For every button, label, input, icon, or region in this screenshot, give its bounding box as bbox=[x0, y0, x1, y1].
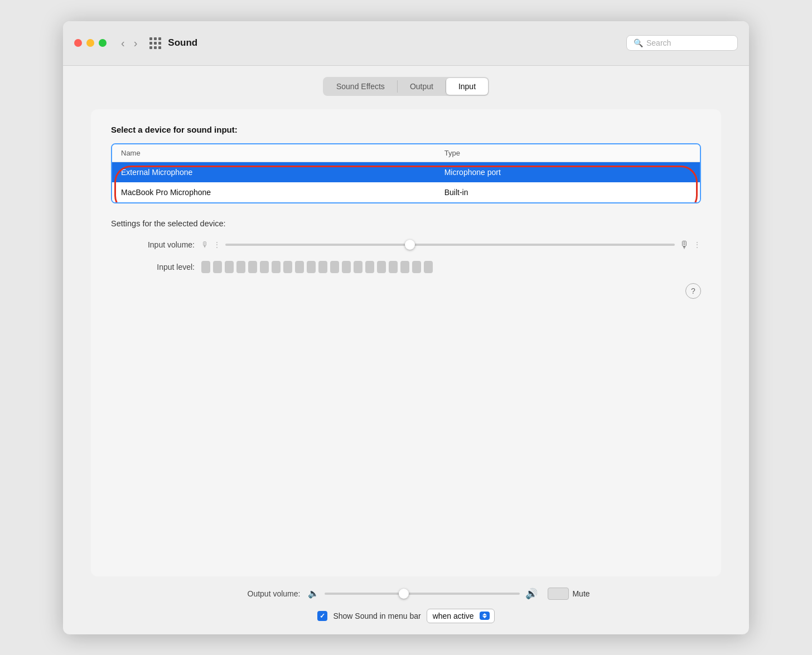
grid-icon[interactable] bbox=[149, 37, 161, 49]
speaker-high-icon: 🔊 bbox=[525, 588, 538, 600]
device-type-cell: Microphone port bbox=[436, 162, 700, 182]
tab-bar: Sound Effects Output Input bbox=[323, 77, 489, 96]
level-dot bbox=[330, 261, 339, 273]
level-dot bbox=[307, 261, 316, 273]
col-header-type: Type bbox=[436, 144, 700, 162]
output-volume-slider[interactable] bbox=[325, 593, 520, 595]
level-dot bbox=[318, 261, 327, 273]
level-dot bbox=[272, 261, 281, 273]
tab-input[interactable]: Input bbox=[446, 78, 488, 95]
input-level-meter bbox=[201, 261, 433, 273]
device-type-cell: Built-in bbox=[436, 182, 700, 202]
level-dot bbox=[213, 261, 222, 273]
arrow-up-icon bbox=[482, 613, 487, 615]
dots-icon-right: ⋮ bbox=[694, 241, 701, 249]
col-header-name: Name bbox=[112, 144, 436, 162]
level-dot bbox=[424, 261, 433, 273]
bottom-bar: Output volume: 🔈 🔊 Mute Show Sound in me… bbox=[222, 576, 589, 634]
level-dot bbox=[225, 261, 234, 273]
system-preferences-window: ‹ › Sound 🔍 Sound Effects Output Input S… bbox=[63, 21, 749, 634]
level-dot bbox=[389, 261, 398, 273]
output-volume-label: Output volume: bbox=[222, 589, 300, 598]
level-dot bbox=[400, 261, 409, 273]
level-dot bbox=[283, 261, 292, 273]
device-name-cell: External Microphone bbox=[112, 162, 436, 182]
settings-section: Settings for the selected device: Input … bbox=[111, 219, 701, 299]
input-volume-label: Input volume: bbox=[111, 240, 195, 249]
mute-checkbox[interactable] bbox=[548, 588, 569, 600]
titlebar: ‹ › Sound 🔍 bbox=[63, 21, 749, 66]
tab-output[interactable]: Output bbox=[398, 78, 446, 95]
level-dot bbox=[201, 261, 210, 273]
output-volume-row: Output volume: 🔈 🔊 Mute bbox=[222, 588, 589, 600]
input-level-label: Input level: bbox=[111, 263, 195, 271]
dots-icon-left: ⋮ bbox=[214, 241, 221, 249]
level-dot bbox=[412, 261, 421, 273]
minimize-button[interactable] bbox=[86, 39, 94, 47]
table-row[interactable]: MacBook Pro Microphone Built-in bbox=[112, 182, 700, 202]
level-dot bbox=[365, 261, 374, 273]
traffic-lights bbox=[74, 39, 107, 47]
arrow-down-icon bbox=[482, 616, 487, 618]
nav-buttons: ‹ › bbox=[118, 35, 141, 52]
search-bar[interactable]: 🔍 bbox=[626, 35, 738, 51]
input-volume-row: Input volume: 🎙 ⋮ 🎙 ⋮ bbox=[111, 239, 701, 251]
section-title: Select a device for sound input: bbox=[111, 125, 701, 134]
window-title: Sound bbox=[168, 37, 197, 48]
when-active-dropdown[interactable]: when active bbox=[427, 609, 495, 623]
device-table: Name Type External Microphone Microphone… bbox=[112, 144, 700, 202]
level-dot bbox=[295, 261, 304, 273]
mic-icon-small: 🎙 bbox=[201, 240, 209, 249]
input-level-row: Input level: bbox=[111, 261, 701, 273]
menubar-row: Show Sound in menu bar when active bbox=[317, 609, 494, 623]
level-dot bbox=[354, 261, 362, 273]
device-table-wrapper: Name Type External Microphone Microphone… bbox=[111, 143, 701, 203]
level-dot bbox=[260, 261, 269, 273]
mic-icon-large: 🎙 bbox=[679, 239, 689, 251]
mute-label: Mute bbox=[572, 589, 589, 598]
close-button[interactable] bbox=[74, 39, 82, 47]
settings-label: Settings for the selected device: bbox=[111, 219, 701, 228]
maximize-button[interactable] bbox=[99, 39, 107, 47]
speaker-low-icon: 🔈 bbox=[308, 588, 319, 599]
show-sound-checkbox[interactable] bbox=[317, 611, 327, 621]
device-name-cell: MacBook Pro Microphone bbox=[112, 182, 436, 202]
table-row[interactable]: External Microphone Microphone port bbox=[112, 162, 700, 182]
tab-sound-effects[interactable]: Sound Effects bbox=[324, 78, 397, 95]
forward-button[interactable]: › bbox=[130, 35, 141, 52]
when-active-label: when active bbox=[433, 612, 474, 620]
mute-row: Mute bbox=[548, 588, 589, 600]
level-dot bbox=[236, 261, 245, 273]
search-input[interactable] bbox=[646, 38, 731, 47]
menubar-checkbox-label: Show Sound in menu bar bbox=[333, 612, 420, 620]
input-volume-slider-container: 🎙 ⋮ 🎙 ⋮ bbox=[201, 239, 701, 251]
output-slider-thumb[interactable] bbox=[399, 589, 409, 599]
dropdown-arrows-icon bbox=[480, 612, 490, 620]
level-dot bbox=[377, 261, 386, 273]
input-volume-slider[interactable] bbox=[225, 244, 675, 246]
main-content: Sound Effects Output Input Select a devi… bbox=[63, 66, 749, 634]
back-button[interactable]: ‹ bbox=[118, 35, 128, 52]
level-dot bbox=[342, 261, 351, 273]
level-dot bbox=[248, 261, 257, 273]
search-icon: 🔍 bbox=[634, 38, 643, 47]
slider-thumb[interactable] bbox=[405, 240, 415, 250]
input-panel: Select a device for sound input: Name Ty… bbox=[91, 109, 721, 576]
help-button[interactable]: ? bbox=[685, 283, 701, 299]
